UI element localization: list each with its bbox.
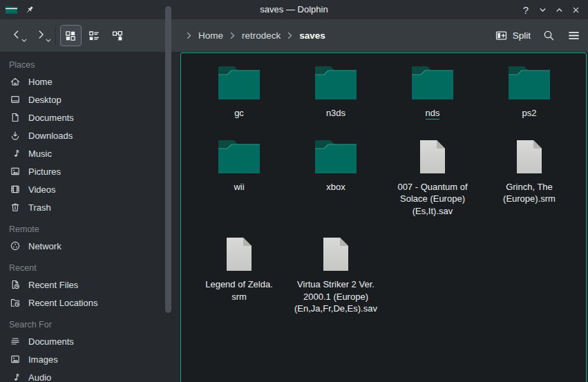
file-item-label: nds xyxy=(426,107,440,120)
forward-dropdown-caret xyxy=(46,33,51,46)
titlebar: saves — Dolphin ? xyxy=(0,0,588,19)
sidebar-item-label: Trash xyxy=(28,202,51,213)
file-item-label: wii xyxy=(234,181,244,193)
back-dropdown-caret xyxy=(21,33,27,46)
toolbar-separator xyxy=(55,27,56,45)
breadcrumb-item-retrodeck[interactable]: retrodeck xyxy=(240,29,282,42)
file-virtua-striker-2-ver-2000-1-europe-en-ja-fr-de-es-sav[interactable]: Virtua Striker 2 Ver.2000.1 (Europe)(En,… xyxy=(287,226,384,324)
search-button[interactable] xyxy=(542,29,556,42)
folder-wii[interactable]: wii xyxy=(191,128,287,227)
folder-n3ds[interactable]: n3ds xyxy=(287,55,384,128)
file-item-label: xbox xyxy=(326,181,345,193)
file-icon xyxy=(410,139,455,175)
folder-ps2[interactable]: ps2 xyxy=(481,55,578,128)
home-icon xyxy=(9,76,21,88)
file-legend-of-zelda-srm[interactable]: Legend of Zelda.srm xyxy=(191,226,287,324)
file-grinch-the-europe-srm[interactable]: Grinch, The(Europe).srm xyxy=(481,128,578,227)
breadcrumb-chevron-icon xyxy=(186,31,192,40)
sidebar-item-label: Desktop xyxy=(28,95,61,105)
folder-gc[interactable]: gc xyxy=(191,55,287,128)
recent-file-icon xyxy=(9,279,21,291)
folder-icon xyxy=(217,65,261,101)
folder-icon xyxy=(410,65,455,101)
sidebar-item-audio[interactable]: Audio xyxy=(9,368,180,382)
breadcrumb-item-saves[interactable]: saves xyxy=(298,29,327,42)
sidebar-item-label: Home xyxy=(28,77,53,87)
file-007-quantum-of-solace-europe-es-it-sav[interactable]: 007 - Quantum ofSolace (Europe)(Es,It).s… xyxy=(384,128,481,227)
breadcrumb-item-home[interactable]: Home xyxy=(197,29,225,42)
split-button[interactable]: Split xyxy=(495,29,531,42)
places-panel: PlacesHomeDesktopDocumentsDownloadsMusic… xyxy=(0,52,180,382)
folder-nds[interactable]: nds xyxy=(384,55,481,128)
minimize-button[interactable] xyxy=(534,1,551,18)
folder-icon xyxy=(314,139,358,175)
forward-button[interactable] xyxy=(28,24,53,48)
help-button[interactable]: ? xyxy=(518,1,534,18)
document-icon xyxy=(9,112,21,124)
sidebar-item-network[interactable]: Network xyxy=(9,237,180,255)
breadcrumb-chevron-icon xyxy=(229,31,236,40)
sidebar-item-pictures[interactable]: Pictures xyxy=(9,162,180,180)
file-icon xyxy=(314,236,358,272)
sidebar-item-desktop[interactable]: Desktop xyxy=(9,90,180,108)
sidebar-item-label: Music xyxy=(28,149,52,159)
file-item-label: Grinch, The(Europe).srm xyxy=(503,181,556,205)
split-view-icon xyxy=(495,29,508,42)
sidebar-item-trash[interactable]: Trash xyxy=(9,198,180,216)
music-icon xyxy=(9,372,21,382)
video-icon xyxy=(9,184,21,195)
close-button[interactable] xyxy=(567,1,584,18)
sidebar-section-search-for: Search For xyxy=(9,318,180,332)
sidebar-item-label: Audio xyxy=(28,372,51,382)
download-icon xyxy=(9,130,21,142)
toolbar: Homeretrodecksaves Split xyxy=(0,19,588,52)
sidebar-item-videos[interactable]: Videos xyxy=(9,180,180,198)
sidebar-item-documents[interactable]: Documents xyxy=(9,332,180,350)
sidebar-item-documents[interactable]: Documents xyxy=(9,108,180,126)
file-item-label: gc xyxy=(234,107,244,120)
sidebar-item-label: Documents xyxy=(28,113,74,123)
dolphin-window: saves — Dolphin ? Homeretrodecksaves xyxy=(0,0,588,382)
sidebar-item-label: Downloads xyxy=(28,131,73,141)
desktop-icon xyxy=(9,94,21,106)
sidebar-scrollbar[interactable] xyxy=(165,6,171,313)
trash-icon xyxy=(9,202,21,213)
file-item-label: 007 - Quantum ofSolace (Europe)(Es,It).s… xyxy=(397,181,467,218)
sidebar-section-recent: Recent xyxy=(9,261,180,276)
text-lines-icon xyxy=(9,336,21,347)
network-icon xyxy=(9,240,21,252)
tree-view-button[interactable] xyxy=(107,25,129,46)
sidebar-item-label: Documents xyxy=(28,336,74,347)
sidebar-item-downloads[interactable]: Downloads xyxy=(9,126,180,144)
sidebar-item-label: Recent Locations xyxy=(28,298,97,308)
file-item-label: n3ds xyxy=(326,107,345,120)
breadcrumb-chevron-icon xyxy=(287,31,293,40)
sidebar-item-label: Pictures xyxy=(28,166,61,177)
file-grid: gcn3dsndsps2wiixbox007 - Quantum ofSolac… xyxy=(181,53,586,324)
music-icon xyxy=(9,148,21,160)
sidebar-item-images[interactable]: Images xyxy=(9,350,180,368)
recent-folder-icon xyxy=(9,297,21,309)
back-button[interactable] xyxy=(4,24,28,48)
sidebar-section-places: Places xyxy=(9,58,180,73)
sidebar-item-label: Network xyxy=(28,241,61,251)
file-item-label: ps2 xyxy=(522,107,537,120)
sidebar-item-home[interactable]: Home xyxy=(9,73,180,90)
icons-view-button[interactable] xyxy=(60,25,82,46)
sidebar-item-music[interactable]: Music xyxy=(9,144,180,162)
folder-icon xyxy=(314,65,358,101)
sidebar-item-label: Images xyxy=(28,354,58,365)
details-view-button[interactable] xyxy=(84,25,105,46)
menu-button[interactable] xyxy=(567,29,580,42)
folder-xbox[interactable]: xbox xyxy=(287,128,384,227)
file-icon xyxy=(217,236,261,272)
sidebar-section-remote: Remote xyxy=(9,222,180,237)
folder-icon xyxy=(507,65,551,101)
file-icon xyxy=(507,139,551,175)
chevron-left-icon xyxy=(10,28,23,44)
maximize-button[interactable] xyxy=(551,1,567,18)
split-button-label: Split xyxy=(513,30,531,41)
sidebar-item-recent-files[interactable]: Recent Files xyxy=(9,276,180,294)
sidebar-item-recent-locations[interactable]: Recent Locations xyxy=(9,294,180,312)
file-item-label: Virtua Striker 2 Ver.2000.1 (Europe)(En,… xyxy=(294,278,377,315)
